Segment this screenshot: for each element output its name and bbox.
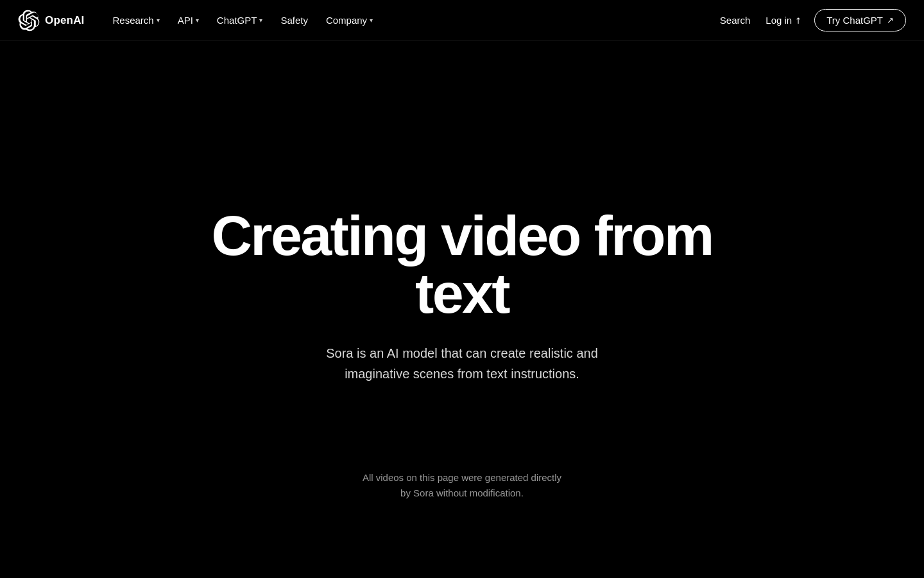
try-chatgpt-button[interactable]: Try ChatGPT ↗ (814, 9, 906, 31)
hero-section: Creating video from text Sora is an AI m… (0, 0, 924, 578)
nav-item-company[interactable]: Company ▾ (318, 10, 381, 31)
chevron-down-icon: ▾ (157, 17, 160, 24)
hero-title: Creating video from text (173, 207, 751, 322)
nav-item-chatgpt[interactable]: ChatGPT ▾ (209, 10, 271, 31)
nav-label-company: Company (326, 15, 367, 26)
external-link-icon: ↗ (792, 14, 804, 26)
hero-caption: All videos on this page were generated d… (363, 470, 561, 501)
nav-right: Search Log in ↗ Try ChatGPT ↗ (717, 9, 906, 31)
nav-item-research[interactable]: Research ▾ (105, 10, 167, 31)
logo[interactable]: OpenAI (18, 10, 84, 31)
search-button[interactable]: Search (717, 10, 753, 31)
nav-left: OpenAI Research ▾ API ▾ ChatGPT ▾ Safety… (18, 10, 381, 31)
openai-logo-icon (18, 10, 40, 31)
login-label: Log in (766, 15, 792, 26)
logo-text: OpenAI (45, 14, 84, 27)
cta-label: Try ChatGPT (826, 15, 883, 26)
navbar: OpenAI Research ▾ API ▾ ChatGPT ▾ Safety… (0, 0, 924, 41)
arrow-icon: ↗ (887, 15, 894, 25)
nav-label-api: API (178, 15, 193, 26)
nav-item-api[interactable]: API ▾ (170, 10, 207, 31)
hero-subtitle: Sora is an AI model that can create real… (326, 343, 598, 384)
nav-label-chatgpt: ChatGPT (217, 15, 257, 26)
nav-label-safety: Safety (280, 15, 308, 26)
chevron-down-icon: ▾ (370, 17, 373, 24)
nav-item-safety[interactable]: Safety (273, 10, 316, 31)
nav-links: Research ▾ API ▾ ChatGPT ▾ Safety Compan… (105, 10, 381, 31)
chevron-down-icon: ▾ (259, 17, 262, 24)
chevron-down-icon: ▾ (196, 17, 199, 24)
login-button[interactable]: Log in ↗ (763, 10, 804, 31)
nav-label-research: Research (112, 15, 153, 26)
